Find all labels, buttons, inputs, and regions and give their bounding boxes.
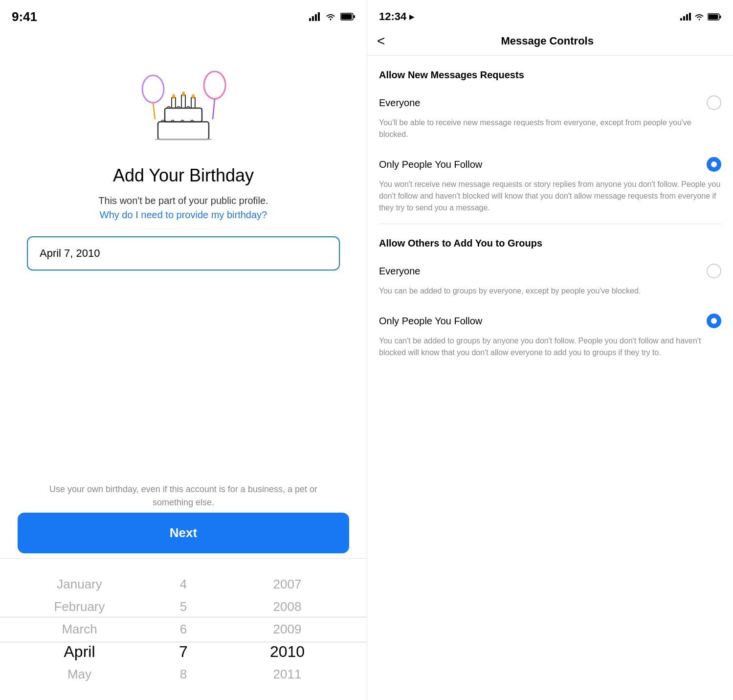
- day-item-3[interactable]: 7: [159, 641, 208, 663]
- radio-inner-2: [711, 318, 717, 324]
- battery-icon-left: [340, 13, 355, 21]
- birthday-link[interactable]: Why do I need to provide my birthday?: [100, 209, 267, 221]
- year-item-4[interactable]: 2011: [208, 663, 367, 686]
- svg-rect-28: [709, 14, 718, 19]
- year-picker-column[interactable]: 2007 2008 2009 2010 2011: [208, 573, 367, 686]
- svg-rect-12: [172, 97, 176, 108]
- svg-point-8: [142, 75, 164, 103]
- month-item-4[interactable]: May: [0, 663, 159, 686]
- status-bar-right: 12:34 ▶: [367, 0, 733, 26]
- wifi-icon-left: [325, 12, 336, 21]
- back-button[interactable]: <: [377, 33, 390, 49]
- right-panel: 12:34 ▶ < Message Controls: [367, 0, 733, 700]
- page-title: Add Your Birthday: [113, 165, 254, 186]
- year-item-0[interactable]: 2007: [208, 573, 367, 596]
- status-bar-left: 9:41: [0, 0, 367, 26]
- month-item-0[interactable]: January: [0, 573, 159, 596]
- svg-rect-21: [680, 18, 682, 21]
- left-panel: 9:41: [0, 0, 367, 700]
- picker-highlight-year: [208, 617, 367, 642]
- messages-option2-label: Only People You Follow: [379, 159, 482, 170]
- status-icons-left: [309, 12, 355, 21]
- svg-rect-14: [191, 97, 195, 108]
- svg-point-15: [172, 94, 175, 99]
- svg-point-25: [699, 19, 700, 21]
- svg-line-9: [153, 103, 155, 119]
- birthday-input[interactable]: [40, 247, 327, 260]
- groups-option1-desc: You can be added to groups by everyone, …: [367, 285, 733, 307]
- year-item-3[interactable]: 2010: [208, 641, 367, 663]
- birthday-icon: [130, 56, 237, 154]
- wifi-icon-right: [694, 13, 705, 21]
- groups-option1-row[interactable]: Everyone: [367, 257, 733, 285]
- date-picker[interactable]: January February March April May 4 5 6 7…: [0, 558, 367, 700]
- next-button[interactable]: Next: [18, 513, 349, 553]
- groups-option2-radio[interactable]: [707, 314, 721, 328]
- picker-highlight-month: [0, 617, 159, 642]
- signal-icon-left: [309, 12, 321, 21]
- messages-option1-radio[interactable]: [707, 95, 721, 110]
- radio-inner: [711, 161, 717, 167]
- section2-heading: Allow Others to Add You to Groups: [367, 224, 733, 257]
- nav-bar: < Message Controls: [367, 26, 733, 56]
- svg-rect-22: [683, 16, 685, 21]
- status-time-right: 12:34: [379, 10, 406, 23]
- battery-icon-right: [708, 13, 721, 21]
- picker-highlight-day: [159, 617, 208, 642]
- day-picker-column[interactable]: 4 5 6 7 8: [159, 573, 208, 686]
- messages-option1-row[interactable]: Everyone: [367, 89, 733, 117]
- svg-point-17: [192, 94, 195, 99]
- svg-point-4: [330, 19, 332, 21]
- messages-option1-label: Everyone: [379, 97, 421, 109]
- messages-option2-row[interactable]: Only People You Follow: [367, 150, 733, 179]
- day-item-1[interactable]: 5: [159, 596, 208, 618]
- messages-option2-radio[interactable]: [707, 157, 721, 172]
- status-time-group: 12:34 ▶: [379, 10, 415, 23]
- svg-point-10: [204, 71, 225, 99]
- messages-option2-desc: You won't receive new message requests o…: [367, 179, 733, 224]
- svg-point-16: [182, 91, 185, 96]
- month-picker-column[interactable]: January February March April May: [0, 573, 159, 686]
- svg-line-11: [213, 99, 215, 119]
- svg-rect-7: [341, 14, 352, 20]
- groups-option2-row[interactable]: Only People You Follow: [367, 307, 733, 335]
- status-time-left: 9:41: [12, 9, 37, 24]
- groups-option2-desc: You can't be added to groups by anyone y…: [367, 335, 733, 368]
- svg-rect-13: [181, 95, 185, 108]
- svg-rect-0: [309, 18, 311, 21]
- svg-rect-2: [315, 14, 317, 21]
- section1-heading: Allow New Messages Requests: [367, 56, 733, 89]
- groups-option1-radio[interactable]: [707, 264, 721, 278]
- status-icons-right: [680, 13, 721, 21]
- day-item-4[interactable]: 8: [159, 663, 208, 686]
- svg-rect-6: [354, 15, 355, 18]
- signal-icon-right: [680, 13, 691, 21]
- svg-rect-19: [158, 122, 209, 139]
- svg-rect-3: [318, 12, 320, 21]
- birthday-hint: Use your own birthday, even if this acco…: [0, 483, 367, 509]
- nav-title: Message Controls: [390, 35, 705, 47]
- svg-rect-24: [689, 13, 691, 21]
- messages-option1-desc: You'll be able to receive new message re…: [367, 117, 733, 150]
- month-item-3[interactable]: April: [0, 641, 159, 663]
- svg-rect-27: [720, 15, 721, 18]
- groups-option1-label: Everyone: [379, 266, 421, 277]
- location-arrow-icon: ▶: [409, 13, 415, 21]
- birthday-subtitle: This won't be part of your public profil…: [98, 194, 268, 207]
- day-item-0[interactable]: 4: [159, 573, 208, 596]
- svg-rect-1: [312, 16, 314, 21]
- year-item-1[interactable]: 2008: [208, 596, 367, 618]
- birthday-input-wrapper[interactable]: [27, 236, 340, 271]
- svg-rect-23: [686, 14, 688, 21]
- svg-rect-18: [165, 108, 202, 122]
- groups-option2-label: Only People You Follow: [379, 316, 482, 327]
- month-item-1[interactable]: February: [0, 596, 159, 618]
